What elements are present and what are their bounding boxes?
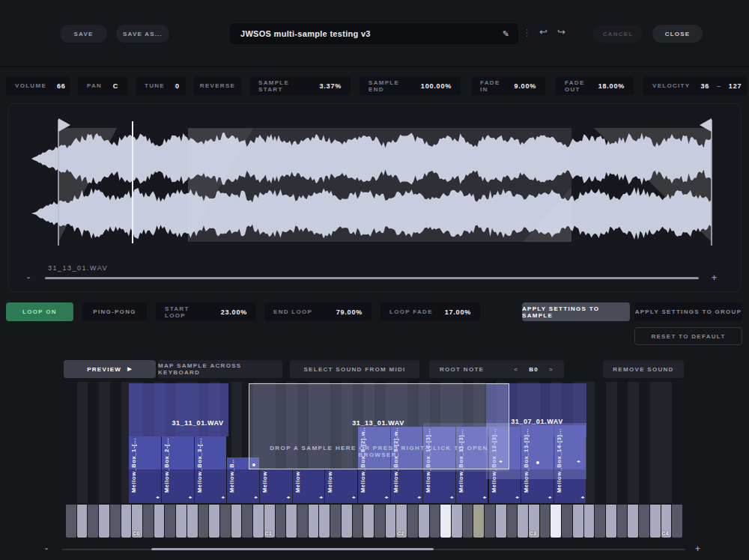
- cancel-button[interactable]: CANCEL: [593, 25, 643, 43]
- zone-anchor-dot[interactable]: [536, 461, 539, 464]
- loop-fade-control[interactable]: LOOP FADE 17.00%: [380, 302, 480, 321]
- close-button[interactable]: CLOSE: [652, 25, 703, 43]
- strip-resize-handle-icon[interactable]: ◂▸: [319, 494, 322, 499]
- volume-control[interactable]: VOLUME 66: [6, 76, 70, 95]
- white-key[interactable]: [386, 505, 396, 538]
- zone-column[interactable]: [595, 382, 606, 503]
- save-button[interactable]: SAVE: [60, 25, 107, 43]
- sample-strip[interactable]: Mellow_B...◂▸: [325, 469, 357, 503]
- save-as-button[interactable]: SAVE AS...: [116, 25, 169, 43]
- zone-column[interactable]: [672, 382, 683, 503]
- sample-end-control[interactable]: SAMPLE END 100.00%: [360, 76, 461, 95]
- zone-column[interactable]: [88, 382, 99, 503]
- black-key[interactable]: [276, 505, 286, 538]
- white-key[interactable]: C3: [529, 505, 539, 538]
- white-key[interactable]: [286, 505, 297, 538]
- undo-icon[interactable]: ↩: [539, 26, 548, 37]
- zone-column[interactable]: [650, 382, 661, 503]
- white-key[interactable]: [573, 505, 583, 538]
- white-key[interactable]: [496, 505, 506, 538]
- zone-column[interactable]: [77, 382, 88, 503]
- preset-title-field[interactable]: JWSOS multi-sample testing v3 ✎: [230, 23, 518, 44]
- fade-out-control[interactable]: FADE OUT 18.00%: [556, 76, 634, 95]
- zone-column[interactable]: [661, 382, 673, 503]
- white-key[interactable]: [628, 505, 638, 538]
- root-note-control[interactable]: ROOT NOTE < B0 >: [429, 360, 564, 378]
- strip-resize-handle-icon[interactable]: ◂▸: [221, 494, 224, 499]
- white-key[interactable]: [309, 505, 319, 538]
- strip-resize-handle-icon[interactable]: ◂▸: [450, 494, 453, 499]
- strip-resize-handle-icon[interactable]: ◂▸: [254, 494, 257, 499]
- white-key[interactable]: [99, 505, 109, 538]
- white-key[interactable]: [231, 505, 242, 538]
- tune-control[interactable]: TUNE 0: [136, 76, 186, 95]
- keyboard-scrollbar-thumb[interactable]: [151, 548, 434, 550]
- key-zones-area[interactable]: Mellow_Box_1-[...◂▸Mellow_Box_2-[...◂▸Me…: [66, 382, 683, 503]
- black-key[interactable]: [297, 505, 308, 538]
- sample-strip[interactable]: Mellow_B...◂▸: [260, 469, 292, 503]
- waveform-display[interactable]: [7, 103, 742, 292]
- strip-resize-handle-icon[interactable]: ◂▸: [515, 494, 518, 499]
- sample-strip[interactable]: Mellow_Box_1-[...◂▸: [129, 436, 161, 503]
- white-key[interactable]: [253, 505, 264, 538]
- sample-start-control[interactable]: SAMPLE START 3.37%: [249, 76, 351, 95]
- keyboard-zoom-in-button[interactable]: +: [695, 544, 700, 554]
- zone-column[interactable]: [617, 382, 628, 503]
- white-key[interactable]: [187, 505, 198, 538]
- white-key[interactable]: [606, 505, 616, 538]
- velocity-control[interactable]: VELOCITY 36 – 127: [643, 76, 747, 95]
- strip-resize-handle-icon[interactable]: ◂▸: [385, 494, 388, 499]
- white-key[interactable]: C0: [132, 505, 142, 538]
- keyboard-zoom-out-button[interactable]: -: [45, 544, 48, 554]
- black-key[interactable]: [485, 505, 495, 538]
- sample-strip[interactable]: Mellow_Box_2-[...◂▸: [162, 436, 194, 503]
- loop-region[interactable]: [188, 128, 571, 242]
- strip-resize-handle-icon[interactable]: ◂▸: [417, 494, 420, 499]
- white-key[interactable]: [319, 505, 330, 538]
- white-key[interactable]: [342, 505, 352, 538]
- zone-resize-handle-icon[interactable]: ◂▸: [499, 458, 502, 463]
- zone-31-11-base[interactable]: [129, 383, 228, 436]
- white-key[interactable]: [176, 505, 187, 538]
- white-key[interactable]: C1: [264, 505, 275, 538]
- strip-resize-handle-icon[interactable]: ◂▸: [156, 494, 159, 499]
- start-loop-control[interactable]: START LOOP 23.00%: [156, 302, 256, 321]
- white-key[interactable]: [518, 505, 528, 538]
- apply-settings-to-sample-button[interactable]: APPLY SETTINGS TO SAMPLE: [522, 302, 630, 321]
- black-key[interactable]: [463, 505, 473, 538]
- white-key[interactable]: [209, 505, 219, 538]
- black-key[interactable]: [198, 505, 209, 538]
- black-key[interactable]: [430, 505, 440, 538]
- black-key[interactable]: [595, 505, 605, 538]
- strip-resize-handle-icon[interactable]: ◂▸: [548, 494, 551, 499]
- black-key[interactable]: [407, 505, 418, 538]
- white-key[interactable]: [363, 505, 374, 538]
- white-key[interactable]: [584, 505, 595, 538]
- reset-to-default-button[interactable]: RESET TO DEFAULT: [634, 327, 742, 345]
- black-key[interactable]: [617, 505, 628, 538]
- map-sample-button[interactable]: MAP SAMPLE ACROSS KEYBOARD: [158, 360, 282, 378]
- white-key[interactable]: [650, 505, 661, 538]
- black-key[interactable]: [353, 505, 363, 538]
- strip-resize-handle-icon[interactable]: ◂▸: [482, 494, 485, 499]
- reverse-button[interactable]: REVERSE: [194, 76, 241, 95]
- root-note-prev-icon[interactable]: <: [514, 366, 518, 373]
- zone-column[interactable]: [66, 382, 77, 503]
- select-sound-from-midi-button[interactable]: SELECT SOUND FROM MIDI: [290, 360, 419, 378]
- strip-resize-handle-icon[interactable]: ◂▸: [287, 494, 290, 499]
- fade-in-control[interactable]: FADE IN 9.00%: [471, 76, 545, 95]
- waveform-scrollbar[interactable]: [45, 277, 699, 279]
- keyboard[interactable]: C0C1C2C3C4: [66, 505, 683, 538]
- apply-settings-to-group-button[interactable]: APPLY SETTINGS TO GROUP: [634, 302, 742, 321]
- black-key[interactable]: [88, 505, 98, 538]
- zone-column[interactable]: [110, 382, 121, 503]
- black-key[interactable]: [330, 505, 341, 538]
- zone-anchor-dot[interactable]: [252, 463, 255, 466]
- white-key[interactable]: [154, 505, 165, 538]
- white-key[interactable]: [551, 505, 561, 538]
- zone-column[interactable]: [639, 382, 650, 503]
- strip-resize-handle-icon[interactable]: ◂▸: [580, 494, 583, 499]
- black-key[interactable]: [540, 505, 551, 538]
- ping-pong-button[interactable]: PING-PONG: [82, 302, 147, 321]
- zone-column[interactable]: [99, 382, 110, 503]
